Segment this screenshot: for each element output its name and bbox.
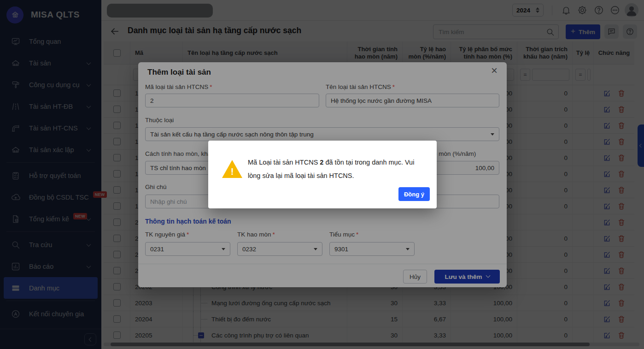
duplicate-code-alert: ! Mã Loại tài sản HTCNS 2 đã tồn tại tro… [208, 141, 437, 208]
alert-message: Mã Loại tài sản HTCNS 2 đã tồn tại trong… [248, 156, 420, 183]
confirm-button[interactable]: Đồng ý [398, 187, 430, 201]
warning-icon: ! [222, 160, 242, 178]
